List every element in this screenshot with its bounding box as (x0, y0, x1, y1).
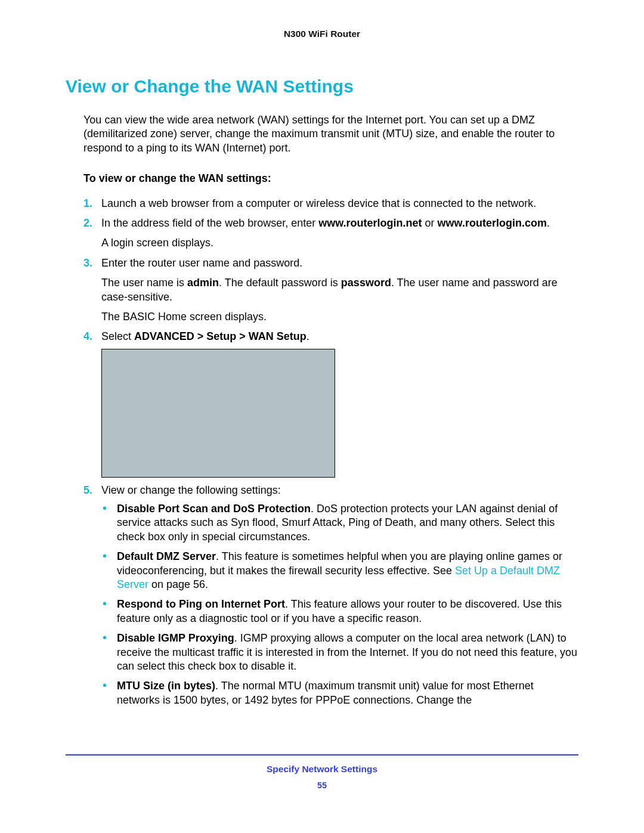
setting-item: Disable Port Scan and DoS Protection. Do… (101, 502, 578, 544)
step-text: In the address field of the web browser,… (101, 216, 578, 230)
text-fragment: . (306, 330, 309, 342)
step-5: 5. View or change the following settings… (83, 484, 578, 707)
credential-value: admin (187, 277, 219, 289)
text-fragment: In the address field of the web browser,… (101, 217, 318, 229)
screenshot-placeholder (101, 349, 335, 478)
procedure-steps: 1. Launch a web browser from a computer … (83, 197, 578, 708)
step-number: 1. (83, 197, 92, 210)
step-number: 3. (83, 256, 92, 270)
url-text: www.routerlogin.com (438, 217, 547, 229)
text-fragment: or (422, 217, 438, 229)
step-number: 5. (83, 484, 92, 497)
footer-chapter-title: Specify Network Settings (66, 764, 578, 775)
step-text: View or change the following settings: (101, 484, 578, 497)
document-page: N300 WiFi Router View or Change the WAN … (0, 0, 644, 833)
setting-name: Respond to Ping on Internet Port (117, 598, 285, 610)
setting-name: Default DMZ Server (117, 550, 216, 562)
text-fragment: The user name is (101, 277, 187, 289)
section-heading: View or Change the WAN Settings (66, 76, 578, 97)
step-number: 2. (83, 216, 92, 230)
body-content: You can view the wide area network (WAN)… (83, 113, 578, 707)
setting-item: MTU Size (in bytes). The normal MTU (max… (101, 679, 578, 707)
text-fragment: . (547, 217, 550, 229)
page-footer: Specify Network Settings 55 (66, 754, 578, 790)
setting-name: Disable Port Scan and DoS Protection (117, 503, 311, 515)
procedure-heading: To view or change the WAN settings: (83, 172, 578, 185)
text-fragment: . The default password is (219, 277, 341, 289)
step-text: Select ADVANCED > Setup > WAN Setup. (101, 330, 578, 343)
settings-list: Disable Port Scan and DoS Protection. Do… (101, 502, 578, 707)
setting-item: Disable IGMP Proxying. IGMP proxying all… (101, 631, 578, 673)
step-3: 3. Enter the router user name and passwo… (83, 256, 578, 324)
setting-name: MTU Size (in bytes) (117, 680, 215, 692)
step-followup: A login screen displays. (101, 236, 578, 250)
step-4: 4. Select ADVANCED > Setup > WAN Setup. (83, 330, 578, 477)
step-followup: The BASIC Home screen displays. (101, 310, 578, 324)
step-number: 4. (83, 330, 92, 343)
step-text: Enter the router user name and password. (101, 256, 578, 270)
step-2: 2. In the address field of the web brows… (83, 216, 578, 250)
step-text: Launch a web browser from a computer or … (101, 197, 578, 210)
text-fragment: Select (101, 330, 134, 342)
setting-item: Default DMZ Server. This feature is some… (101, 550, 578, 592)
step-1: 1. Launch a web browser from a computer … (83, 197, 578, 210)
step-followup: The user name is admin. The default pass… (101, 276, 578, 304)
footer-page-number: 55 (66, 781, 578, 790)
setting-name: Disable IGMP Proxying (117, 632, 234, 644)
header-product-name: N300 WiFi Router (66, 29, 578, 39)
menu-path: ADVANCED > Setup > WAN Setup (134, 330, 306, 342)
url-text: www.routerlogin.net (318, 217, 422, 229)
setting-description: on page 56. (148, 578, 208, 590)
setting-item: Respond to Ping on Internet Port. This f… (101, 597, 578, 625)
intro-paragraph: You can view the wide area network (WAN)… (83, 113, 578, 155)
credential-value: password (341, 277, 391, 289)
